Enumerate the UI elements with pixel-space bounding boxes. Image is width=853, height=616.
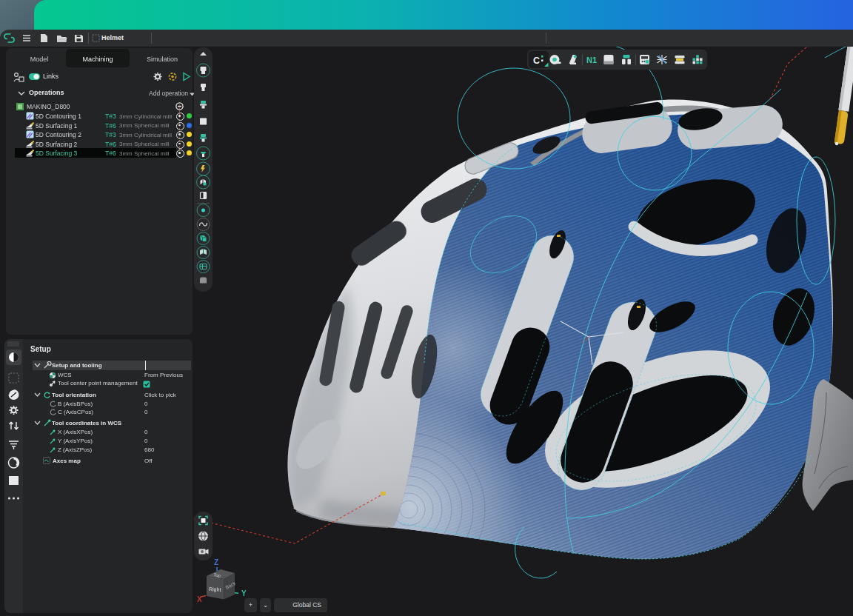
svg-text:X: X <box>197 595 202 603</box>
svg-text:C: C <box>533 56 540 66</box>
svg-text:N1: N1 <box>586 56 597 64</box>
svg-text:Z: Z <box>214 558 218 566</box>
svg-text:Y: Y <box>241 589 247 597</box>
